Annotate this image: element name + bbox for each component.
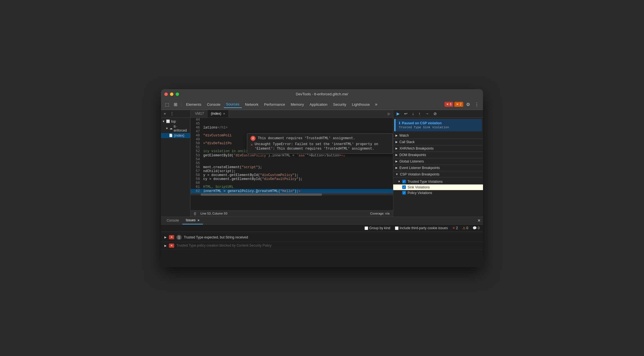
issues-tab-close[interactable]: ✕: [197, 219, 200, 222]
tree-item-index[interactable]: 📄 (index): [161, 133, 190, 138]
issues-list: ▶ ✕ 1 Trusted Type expected, but String …: [161, 232, 483, 267]
section-event-listeners[interactable]: ▶ Event Listener Breakpoints: [393, 165, 483, 171]
issues-tab-label: Issues: [186, 218, 196, 222]
right-panel-content: ℹ Paused on CSP violation Trusted Type S…: [393, 118, 483, 217]
section-xhr[interactable]: ▶ XHR/fetch Breakpoints: [393, 145, 483, 152]
call-stack-label: Call Stack: [399, 140, 415, 144]
tab-lighthouse[interactable]: Lighthouse: [350, 101, 372, 108]
maximize-button[interactable]: [176, 93, 179, 96]
code-line: 59 cy = document.getElementById("divDefa…: [191, 177, 393, 181]
step-button[interactable]: →: [424, 111, 430, 116]
device-icon[interactable]: ⊞: [172, 101, 179, 108]
step-into-button[interactable]: ↓: [411, 111, 415, 116]
bottom-panel-close[interactable]: ✕: [477, 218, 481, 223]
format-code-icon[interactable]: ▷: [386, 111, 392, 117]
global-label: Global Listeners: [399, 159, 424, 163]
call-stack-arrow: ▶: [395, 140, 398, 143]
format-icon[interactable]: {}: [194, 212, 196, 215]
tt-label: Trusted Type Violations: [408, 180, 443, 184]
tree-item-domain[interactable]: ▼ ☁ tt-enforced: [161, 124, 190, 133]
tab-memory[interactable]: Memory: [289, 101, 306, 108]
tab-console-bottom[interactable]: Console: [163, 217, 182, 224]
issue-expand-1[interactable]: ▶: [164, 236, 167, 239]
cursor-icon[interactable]: ⬚: [163, 101, 171, 108]
policy-checkbox[interactable]: ✓: [402, 191, 406, 195]
file-icon: 📄: [169, 134, 173, 137]
third-party-checkbox[interactable]: [395, 226, 399, 230]
title-bar: DevTools - tt-enforced.glitch.me/: [161, 89, 483, 99]
tab-network[interactable]: Network: [243, 101, 261, 108]
code-line: 47: [191, 130, 393, 134]
code-tabs: VM17 (index) ✕ ▷: [191, 110, 393, 118]
minimize-button[interactable]: [170, 93, 173, 96]
code-content: 44 45 46 lations</h1> 47: [191, 118, 393, 193]
issue-row-1[interactable]: ▶ ✕ 1 Trusted Type expected, but String …: [161, 233, 483, 242]
dom-arrow: ▶: [395, 153, 398, 156]
tab-vm17[interactable]: VM17: [192, 110, 207, 118]
issues-warn-icon: ⚠: [462, 226, 466, 230]
tab-index-close[interactable]: ✕: [223, 112, 225, 115]
group-by-kind-checkbox[interactable]: [365, 226, 368, 230]
third-party-label[interactable]: Include third-party cookie issues: [395, 226, 448, 230]
section-global-listeners[interactable]: ▶ Global Listeners: [393, 158, 483, 165]
code-line: 58 y = document.getElementById("divCusto…: [191, 173, 393, 177]
main-area: » ⋮ ▼ ⬜ top ▼ ☁ tt-enforced 📄 (index): [161, 110, 483, 217]
tree-label-domain: tt-enforced: [174, 125, 189, 132]
coverage-status: Coverage: n/a: [370, 212, 390, 215]
sidebar-more-icon[interactable]: »: [162, 111, 167, 117]
bottom-tabs: Console Issues ✕ ✕: [161, 217, 483, 225]
step-out-button[interactable]: ↑: [417, 111, 422, 116]
warning-badge: ✕ 2: [454, 102, 463, 107]
issue-badge-2: ✕: [169, 244, 174, 248]
tab-application[interactable]: Application: [307, 101, 330, 108]
scrollbar-thumb[interactable]: [201, 193, 322, 196]
group-by-kind-label[interactable]: Group by kind: [365, 226, 390, 230]
step-over-button[interactable]: ↩: [403, 111, 409, 116]
sink-checkbox[interactable]: ✓: [402, 185, 406, 189]
tt-checkbox[interactable]: ✓: [402, 180, 406, 183]
sidebar-menu-icon[interactable]: ⋮: [169, 111, 175, 117]
debugger-toolbar: ▶ ↩ ↓ ↑ → ⊘: [393, 110, 483, 118]
bottom-toolbar: Group by kind Include third-party cookie…: [161, 225, 483, 232]
error-tooltip-title: This document requires 'TrustedHTML' ass…: [258, 136, 355, 140]
close-button[interactable]: [164, 93, 168, 96]
settings-icon[interactable]: ⚙: [464, 101, 472, 108]
more-tabs-icon[interactable]: »: [373, 101, 379, 108]
global-arrow: ▶: [395, 160, 398, 163]
section-watch[interactable]: ▶ Watch: [393, 132, 483, 139]
tab-index[interactable]: (index) ✕: [207, 110, 229, 118]
tab-performance[interactable]: Performance: [262, 101, 287, 108]
watch-arrow: ▶: [395, 134, 398, 137]
section-csp-breakpoints[interactable]: ▼ CSP Violation Breakpoints: [393, 171, 483, 178]
code-line-62: 62 innerHTML = generalPolicy.DcreateHTML…: [191, 189, 393, 193]
tree-arrow: ▼: [162, 120, 165, 123]
more-options-icon[interactable]: ⋮: [473, 101, 481, 108]
tree-label-index: (index): [174, 134, 184, 138]
csp-label: CSP Violation Breakpoints: [400, 172, 439, 176]
tab-security[interactable]: Security: [331, 101, 348, 108]
code-line: 60: [191, 181, 393, 185]
code-line: 46 lations</h1>: [191, 126, 393, 130]
tab-issues[interactable]: Issues ✕: [182, 217, 203, 224]
code-line: 44: [191, 118, 393, 122]
file-tree: ▼ ⬜ top ▼ ☁ tt-enforced 📄 (index): [161, 118, 190, 139]
trusted-type-violations-item: ▼ ✓ Trusted Type Violations: [393, 179, 483, 184]
section-dom[interactable]: ▶ DOM Breakpoints: [393, 152, 483, 158]
tab-sources[interactable]: Sources: [224, 101, 242, 108]
code-status-bar: {} Line 53, Column 93 Coverage: n/a: [191, 210, 393, 217]
window-title: DevTools - tt-enforced.glitch.me/: [296, 92, 348, 96]
tab-console[interactable]: Console: [205, 101, 223, 108]
deactivate-breakpoints-button[interactable]: ⊘: [432, 111, 438, 116]
tree-item-top[interactable]: ▼ ⬜ top: [161, 119, 190, 124]
issue-expand-2[interactable]: ▶: [164, 244, 167, 247]
section-call-stack[interactable]: ▶ Call Stack: [393, 139, 483, 145]
horizontal-scrollbar[interactable]: [191, 193, 393, 195]
bottom-panel: Console Issues ✕ ✕ Group by kind Include…: [161, 217, 483, 267]
code-area[interactable]: 44 45 46 lations</h1> 47: [191, 118, 393, 210]
tab-elements[interactable]: Elements: [184, 101, 204, 108]
issue-row-2[interactable]: ▶ ✕ Trusted Type policy creation blocked…: [161, 242, 483, 250]
resume-button[interactable]: ▶: [395, 111, 401, 116]
dom-label: DOM Breakpoints: [399, 153, 426, 157]
code-line: 45: [191, 122, 393, 126]
issue-badge-1: ✕: [169, 235, 174, 239]
